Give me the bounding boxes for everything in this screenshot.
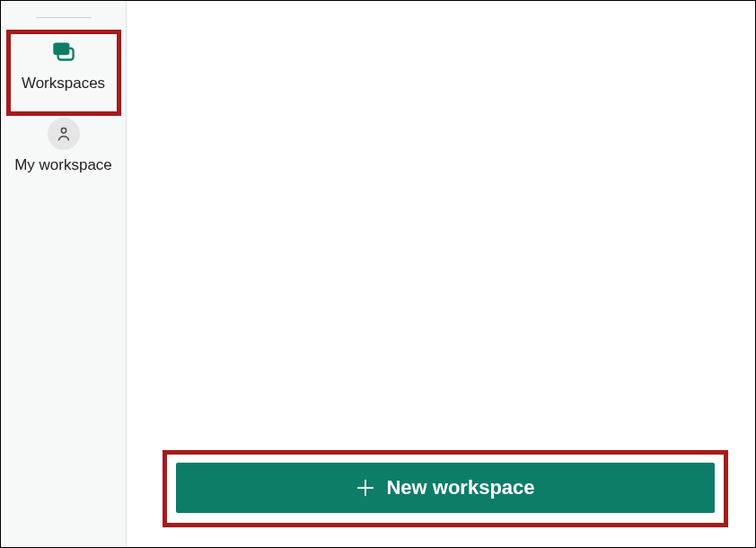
svg-rect-1: [53, 42, 69, 55]
sidebar-item-my-workspace[interactable]: My workspace: [10, 112, 118, 178]
new-workspace-button[interactable]: New workspace: [176, 463, 715, 513]
sidebar-item-label: Workspaces: [22, 74, 105, 93]
sidebar-item-label: My workspace: [14, 155, 112, 174]
sidebar-item-workspaces[interactable]: Workspaces: [10, 31, 118, 96]
sidebar: Workspaces My workspace: [1, 1, 127, 547]
plus-icon: [356, 478, 375, 498]
person-icon: [48, 118, 80, 150]
sidebar-divider: [36, 17, 92, 18]
new-workspace-label: New workspace: [386, 476, 534, 499]
svg-point-2: [61, 128, 66, 133]
workspaces-icon: [48, 36, 79, 68]
